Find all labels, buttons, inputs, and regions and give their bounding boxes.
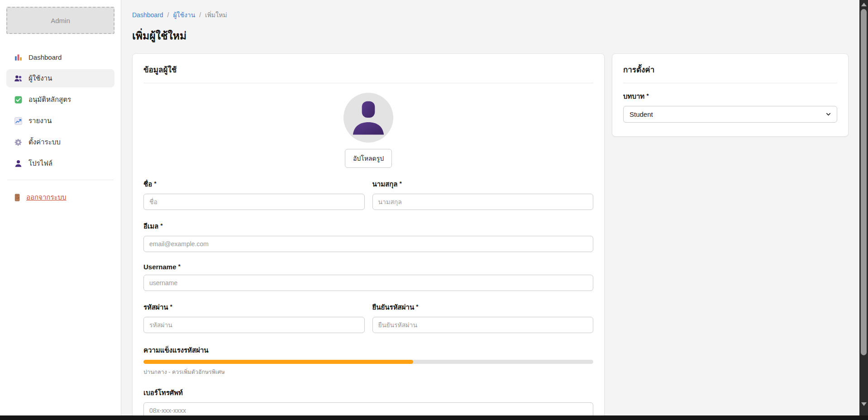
door-icon: [13, 193, 22, 202]
sidebar-item-dashboard[interactable]: Dashboard: [6, 48, 114, 66]
sidebar-item-label: Dashboard: [29, 53, 62, 61]
bar-chart-icon: [14, 53, 23, 62]
main-content: Dashboard / ผู้ใช้งาน / เพิ่มใหม่ เพิ่มผ…: [121, 0, 859, 415]
breadcrumb-current: เพิ่มใหม่: [205, 10, 227, 20]
gear-icon: [14, 138, 23, 147]
email-input[interactable]: [143, 236, 593, 252]
sidebar-item-label: รายงาน: [29, 115, 52, 126]
sidebar-divider: [7, 180, 114, 180]
breadcrumb-link-dashboard[interactable]: Dashboard: [132, 11, 163, 19]
breadcrumb: Dashboard / ผู้ใช้งาน / เพิ่มใหม่: [132, 10, 849, 20]
page-title: เพิ่มผู้ใช้ใหม่: [132, 28, 849, 44]
first-name-label: ชื่อ *: [143, 179, 365, 190]
avatar: [343, 93, 393, 143]
last-name-label: นามสกุล *: [372, 179, 594, 190]
check-icon: [14, 95, 23, 104]
required-mark: *: [646, 92, 649, 99]
password-field-group: รหัสผ่าน *: [143, 302, 365, 333]
email-label: อีเมล *: [143, 221, 593, 232]
last-name-field-group: นามสกุล *: [372, 179, 594, 210]
users-icon: [14, 74, 23, 83]
email-field-group: อีเมล *: [143, 221, 593, 252]
phone-label: เบอร์โทรศัพท์: [143, 387, 593, 398]
sidebar-item-label: ตั้งค่าระบบ: [29, 137, 61, 148]
phone-input[interactable]: [143, 402, 593, 415]
app-window: Admin Dashboard ผู้ใช้งาน อนุมัติหลักสูต…: [0, 0, 859, 415]
confirm-password-label: ยืนยันรหัสผ่าน *: [372, 302, 594, 313]
sidebar-item-label: อนุมัติหลักสูตร: [29, 94, 71, 105]
last-name-input[interactable]: [372, 194, 594, 210]
username-label: Username *: [143, 263, 593, 271]
logout-label: ออกจากระบบ: [26, 192, 67, 203]
chart-line-icon: [14, 117, 23, 125]
role-select[interactable]: Student: [623, 106, 837, 123]
admin-logo-placeholder: Admin: [6, 7, 114, 34]
password-input[interactable]: [143, 317, 365, 333]
profile-icon: [14, 159, 23, 168]
card-divider: [143, 83, 593, 83]
logout-link[interactable]: ออกจากระบบ: [6, 192, 114, 203]
confirm-password-input[interactable]: [372, 317, 594, 333]
vertical-scrollbar[interactable]: [859, 0, 868, 420]
scrollbar-thumb[interactable]: [861, 9, 867, 355]
required-mark: *: [178, 263, 181, 270]
first-name-field-group: ชื่อ *: [143, 179, 365, 210]
upload-photo-button[interactable]: อัปโหลดรูป: [345, 149, 392, 168]
required-mark: *: [170, 303, 172, 310]
breadcrumb-link-users[interactable]: ผู้ใช้งาน: [173, 10, 195, 20]
admin-logo-text: Admin: [51, 17, 70, 24]
sidebar-item-system-settings[interactable]: ตั้งค่าระบบ: [6, 133, 114, 151]
required-mark: *: [154, 180, 156, 187]
card-divider: [623, 83, 837, 83]
required-mark: *: [416, 303, 418, 310]
sidebar: Admin Dashboard ผู้ใช้งาน อนุมัติหลักสูต…: [0, 0, 121, 415]
password-strength-helper: ปานกลาง - ควรเพิ่มตัวอักษรพิเศษ: [143, 368, 593, 377]
first-name-input[interactable]: [143, 194, 365, 210]
sidebar-item-label: โปรไฟล์: [29, 158, 52, 169]
username-field-group: Username *: [143, 263, 593, 291]
required-mark: *: [400, 180, 402, 187]
avatar-section: อัปโหลดรูป: [143, 93, 593, 168]
avatar-person-icon: [343, 93, 393, 143]
cards-row: ข้อมูลผู้ใช้: [132, 53, 849, 415]
scroll-up-icon: [861, 3, 867, 6]
password-label: รหัสผ่าน *: [143, 302, 365, 313]
breadcrumb-separator: /: [199, 11, 201, 19]
username-input[interactable]: [143, 275, 593, 291]
sidebar-item-reports[interactable]: รายงาน: [6, 112, 114, 130]
sidebar-item-course-approval[interactable]: อนุมัติหลักสูตร: [6, 91, 114, 109]
role-label: บทบาท *: [623, 91, 837, 102]
sidebar-item-label: ผู้ใช้งาน: [29, 73, 52, 84]
required-mark: *: [160, 222, 162, 229]
chevron-down-icon: [826, 112, 831, 117]
scroll-down-icon: [861, 402, 867, 406]
sidebar-item-profile[interactable]: โปรไฟล์: [6, 154, 114, 172]
phone-field-group: เบอร์โทรศัพท์: [143, 387, 593, 415]
sidebar-item-users[interactable]: ผู้ใช้งาน: [6, 69, 114, 87]
password-strength-section: ความแข็งแรงรหัสผ่าน ปานกลาง - ควรเพิ่มตั…: [143, 345, 593, 377]
scroll-up-button[interactable]: [859, 1, 868, 8]
role-select-value: Student: [630, 110, 653, 118]
user-info-card-title: ข้อมูลผู้ใช้: [143, 63, 593, 76]
confirm-password-field-group: ยืนยันรหัสผ่าน *: [372, 302, 594, 333]
role-field-group: บทบาท * Student: [623, 91, 837, 123]
sidebar-menu: Dashboard ผู้ใช้งาน อนุมัติหลักสูตร รายง…: [6, 48, 114, 172]
scroll-down-button[interactable]: [859, 401, 868, 408]
password-strength-label: ความแข็งแรงรหัสผ่าน: [143, 345, 593, 356]
password-strength-fill: [143, 360, 413, 364]
breadcrumb-separator: /: [167, 11, 169, 19]
settings-card: การตั้งค่า บทบาท * Student: [612, 53, 849, 137]
user-info-card: ข้อมูลผู้ใช้: [132, 53, 605, 415]
password-strength-bar: [143, 360, 593, 364]
bottom-strip: [0, 415, 868, 420]
settings-card-title: การตั้งค่า: [623, 63, 837, 76]
